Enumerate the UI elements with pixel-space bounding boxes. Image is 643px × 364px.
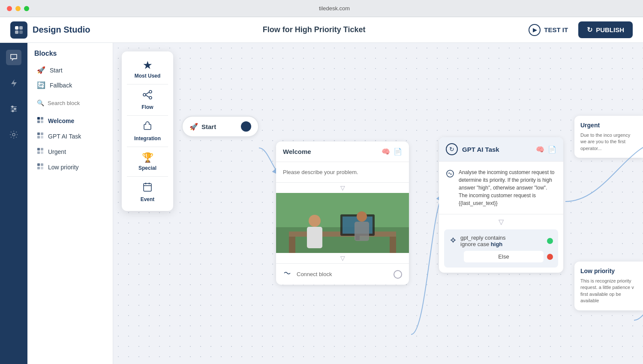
- logo-icon: [10, 21, 27, 39]
- svg-rect-12: [41, 117, 43, 120]
- svg-rect-16: [41, 132, 43, 135]
- welcome-image: [276, 193, 409, 253]
- welcome-block-icon: [37, 117, 44, 125]
- svg-point-31: [149, 96, 152, 99]
- app: Design Studio Flow for High Priority Tic…: [0, 17, 643, 364]
- gpt-node[interactable]: ↻ GPT AI Task 🧠 📄 Analyse the incomi: [439, 137, 563, 273]
- condition-red-dot: [547, 254, 553, 260]
- maximize-dot[interactable]: [24, 6, 29, 11]
- connect-block-connector[interactable]: [394, 270, 402, 279]
- start-block-icon: 🚀: [37, 66, 45, 74]
- url-bar[interactable]: tiledesk.com: [33, 5, 636, 12]
- svg-rect-34: [144, 184, 151, 191]
- integration-icon: [142, 121, 153, 134]
- connect-block-icon: [283, 269, 291, 280]
- svg-point-7: [12, 106, 13, 108]
- fallback-block-icon: 🔄: [37, 81, 45, 89]
- popup-item-flow[interactable]: Flow: [127, 86, 168, 114]
- trophy-icon: 🏆: [142, 152, 153, 163]
- svg-rect-2: [15, 30, 18, 34]
- minimize-dot[interactable]: [15, 6, 21, 11]
- svg-point-51: [452, 239, 454, 241]
- search-input[interactable]: [48, 100, 103, 106]
- icon-sidebar: [0, 43, 27, 364]
- popup-divider-4: [127, 176, 168, 177]
- gpt-condition[interactable]: gpt_reply contains ignore case high Else: [444, 229, 558, 268]
- urgent-node[interactable]: Urgent Due to the inco urgency we are yo…: [574, 116, 643, 158]
- popup-item-event[interactable]: Event: [127, 178, 168, 206]
- svg-rect-41: [289, 237, 295, 253]
- gpt-arrow-down: ▽: [439, 214, 563, 229]
- condition-green-dot: [547, 238, 553, 244]
- gpt-header-icon: ↻: [446, 143, 458, 155]
- titlebar: tiledesk.com: [0, 0, 643, 17]
- block-item-welcome[interactable]: Welcome: [34, 113, 106, 129]
- gpt-body-text: Analyse the incoming customer request to…: [459, 168, 556, 207]
- svg-rect-23: [37, 163, 40, 166]
- search-block: 🔍: [34, 96, 106, 110]
- canvas: ★ Most Used Flow: [113, 43, 643, 364]
- popup-item-special[interactable]: 🏆 Special: [127, 149, 168, 174]
- blocks-popup: ★ Most Used Flow: [122, 51, 173, 211]
- gpt-title: GPT AI Task: [462, 146, 532, 153]
- svg-rect-18: [41, 136, 43, 138]
- event-icon: [142, 182, 153, 195]
- low-priority-node-title: Low priority: [580, 268, 637, 274]
- svg-line-32: [146, 92, 149, 94]
- svg-rect-17: [37, 136, 40, 138]
- sidebar-item-sliders[interactable]: [6, 101, 21, 117]
- low-priority-node[interactable]: Low priority This is recognize priority …: [574, 262, 643, 310]
- start-node[interactable]: 🚀 Start: [182, 116, 259, 137]
- block-item-start[interactable]: 🚀 Start: [34, 63, 106, 78]
- connect-block-row[interactable]: Connect block: [276, 263, 409, 285]
- popup-item-integration[interactable]: Integration: [127, 117, 168, 145]
- svg-rect-22: [41, 151, 43, 154]
- svg-line-33: [146, 95, 149, 97]
- logo-area: Design Studio: [10, 21, 105, 39]
- sidebar-item-chat[interactable]: [6, 50, 21, 65]
- block-item-gpt[interactable]: GPT AI Task: [34, 129, 106, 144]
- brain-icon: 🧠: [382, 147, 390, 156]
- svg-rect-24: [41, 163, 43, 166]
- app-title: Design Studio: [33, 25, 90, 35]
- urgent-node-title: Urgent: [580, 122, 637, 129]
- svg-rect-19: [37, 148, 40, 150]
- welcome-header-icons: 🧠 📄: [382, 147, 402, 156]
- svg-rect-14: [41, 120, 43, 123]
- play-icon: ▶: [529, 24, 541, 36]
- svg-rect-1: [19, 26, 23, 30]
- svg-point-8: [14, 108, 16, 110]
- flow-title: Flow for High Priority Ticket: [111, 25, 517, 34]
- sidebar-item-lightning[interactable]: [6, 75, 21, 91]
- popup-item-most-used[interactable]: ★ Most Used: [127, 57, 168, 82]
- block-item-urgent[interactable]: Urgent: [34, 144, 106, 159]
- svg-rect-11: [37, 117, 40, 120]
- welcome-node[interactable]: Welcome 🧠 📄 Please describe your problem…: [276, 141, 409, 285]
- popup-divider-3: [127, 147, 168, 147]
- header: Design Studio Flow for High Priority Tic…: [0, 17, 643, 43]
- search-icon: 🔍: [37, 99, 44, 106]
- header-actions: ▶ TEST IT ↻ PUBLISH: [523, 21, 633, 39]
- svg-rect-47: [307, 227, 322, 248]
- publish-button[interactable]: ↻ PUBLISH: [578, 21, 633, 38]
- svg-rect-15: [37, 132, 40, 135]
- svg-rect-3: [19, 30, 23, 34]
- connect-block-label: Connect block: [297, 271, 388, 277]
- gpt-header: ↻ GPT AI Task 🧠 📄: [439, 137, 563, 162]
- condition-icon: [449, 236, 457, 246]
- popup-divider-1: [127, 84, 168, 84]
- welcome-header: Welcome 🧠 📄: [276, 141, 409, 162]
- test-button[interactable]: ▶ TEST IT: [523, 21, 573, 39]
- block-item-fallback[interactable]: 🔄 Fallback: [34, 78, 106, 93]
- welcome-chevron-down: ▽: [276, 183, 409, 193]
- close-dot[interactable]: [7, 6, 12, 11]
- start-node-connector[interactable]: [241, 121, 251, 132]
- urgent-node-body: Due to the inco urgency we are you to th…: [580, 132, 637, 152]
- main: Blocks 🚀 Start 🔄 Fallback 🔍: [0, 43, 643, 364]
- sidebar-item-settings[interactable]: [6, 127, 21, 142]
- svg-rect-26: [41, 167, 43, 169]
- svg-rect-13: [37, 120, 40, 123]
- welcome-text-area[interactable]: Please describe your problem.: [276, 162, 409, 183]
- block-item-low-priority[interactable]: Low priority: [34, 159, 106, 175]
- blocks-panel-title: Blocks: [34, 50, 106, 57]
